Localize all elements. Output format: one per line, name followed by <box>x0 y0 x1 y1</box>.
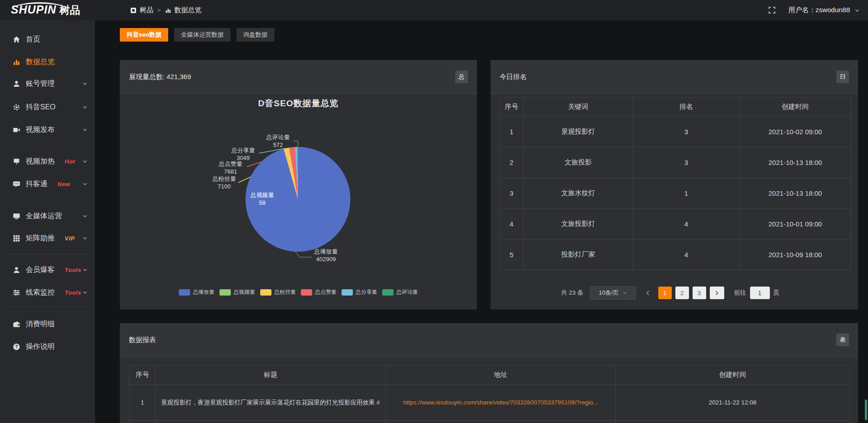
sidebar-item-douketong[interactable]: 抖客通New <box>0 173 95 195</box>
wallet-icon <box>13 320 20 328</box>
page-size-select[interactable]: 10条/页 <box>590 286 636 300</box>
sidebar-item-label: 抖客通 <box>26 179 47 189</box>
table-row[interactable]: 1景观投影灯32021-10-02 09:00 <box>500 117 851 147</box>
sidebar-item-account-manage[interactable]: 账号管理 <box>0 72 95 95</box>
chat-icon <box>13 180 20 188</box>
question-icon: ? <box>13 343 20 351</box>
legend-swatch <box>260 289 272 296</box>
cell-video-link[interactable]: https://www.iesdouyin.com/share/video/70… <box>386 385 616 421</box>
next-page-button[interactable] <box>710 287 724 299</box>
chevron-down-icon <box>82 127 88 132</box>
tab-inquiry-data[interactable]: 询盘数据 <box>236 28 274 42</box>
column-header: 关键词 <box>524 98 633 117</box>
sidebar-item-video-publish[interactable]: 视频发布 <box>0 118 95 141</box>
chart-title: D音SEO数据量总览 <box>258 98 339 109</box>
cell: 2021-10-13 18:00 <box>740 178 851 209</box>
page-button-2[interactable]: 2 <box>675 287 689 299</box>
sidebar-item-home[interactable]: 首页 <box>0 28 95 51</box>
sidebar-item-label: 线索监控 <box>26 288 55 297</box>
cell: 文旅投影 <box>524 147 633 178</box>
chevron-down-icon[interactable] <box>854 8 860 13</box>
sidebar-divider <box>7 200 88 200</box>
legend-swatch <box>220 289 231 296</box>
table-row[interactable]: 2文旅投影32021-10-13 18:00 <box>500 147 851 178</box>
content: 抖音seo数据 全媒体运营数据 询盘数据 展现量总数: 421,369 总 D音… <box>95 20 868 423</box>
tab-media-operation-data[interactable]: 全媒体运营数据 <box>174 28 231 42</box>
sidebar-item-expense-detail[interactable]: 消费明细 <box>0 313 95 335</box>
day-toggle-button[interactable]: 日 <box>836 70 849 83</box>
column-header: 序号 <box>500 98 524 117</box>
report-table: 序号标题地址创建时间 1景观投影灯，夜游景观投影灯厂家展示展示落花灯在花园里的灯… <box>129 365 850 423</box>
chevron-down-icon <box>82 181 88 187</box>
sidebar-item-video-heat[interactable]: 视频加热Hot <box>0 150 95 173</box>
breadcrumb-root[interactable]: 树品 <box>140 6 153 14</box>
tab-bar: 抖音seo数据 全媒体运营数据 询盘数据 <box>120 28 274 42</box>
prev-page-button[interactable] <box>645 290 652 296</box>
legend-item-总粉丝量[interactable]: 总粉丝量 <box>260 288 296 296</box>
chevron-down-icon <box>82 235 88 241</box>
cell-index: 1 <box>130 385 156 421</box>
column-header: 创建时间 <box>616 366 850 385</box>
cell: 2021-10-13 18:00 <box>740 147 851 178</box>
sidebar-divider <box>7 254 88 254</box>
sidebar-item-label: 视频发布 <box>26 125 55 135</box>
badge-tools: Tools <box>65 289 81 296</box>
legend-item-总分享量[interactable]: 总分享量 <box>342 288 377 296</box>
table-row[interactable] <box>130 421 850 423</box>
sidebar-item-douyin-seo[interactable]: 抖音SEO <box>0 96 95 118</box>
sidebar-item-label: 矩阵助推 <box>26 234 55 243</box>
goto-label: 前往 <box>734 289 746 297</box>
legend-label: 总点赞量 <box>315 288 337 296</box>
breadcrumb-separator: > <box>157 7 161 14</box>
legend-item-总播放量[interactable]: 总播放量 <box>179 288 215 296</box>
legend-label: 总粉丝量 <box>274 288 296 296</box>
legend-item-总视频量[interactable]: 总视频量 <box>220 288 255 296</box>
column-header: 序号 <box>130 366 156 385</box>
scrollbar-thumb[interactable] <box>865 400 867 420</box>
table-row[interactable]: 1景观投影灯，夜游景观投影灯厂家展示展示落花灯在花园里的灯光投影应用效果 #ht… <box>130 385 850 421</box>
topbar: SHUPIN 树品 树品 > 数据总览 用户名：zswodun88 <box>0 0 868 20</box>
sidebar-item-label: 数据总览 <box>26 57 55 67</box>
user-icon <box>13 80 20 88</box>
fullscreen-icon[interactable] <box>768 6 776 14</box>
legend-item-总评论量[interactable]: 总评论量 <box>382 288 418 296</box>
breadcrumb: 树品 > 数据总览 <box>130 6 202 14</box>
table-toggle-button[interactable]: 表 <box>836 334 849 346</box>
page-button-3[interactable]: 3 <box>693 287 706 299</box>
page-button-1[interactable]: 1 <box>658 287 672 299</box>
page-size-value: 10条/页 <box>599 289 618 297</box>
bar-chart-mini-icon <box>165 7 171 14</box>
table-row[interactable]: 3文旅水纹灯12021-10-13 18:00 <box>500 178 851 209</box>
member-icon <box>13 266 20 274</box>
legend-label: 总分享量 <box>356 288 377 296</box>
sidebar-item-media-operation[interactable]: 全媒体运营 <box>0 205 95 227</box>
chart-card-header: 展现量总数: 421,369 总 <box>120 60 477 94</box>
legend-swatch <box>179 289 190 296</box>
legend-label: 总视频量 <box>234 288 255 296</box>
sidebar-item-matrix-boost[interactable]: 矩阵助推VIP <box>0 227 95 249</box>
cell: 5 <box>500 240 524 270</box>
table-row[interactable]: 5投影灯厂家42021-10-09 18:00 <box>500 240 851 270</box>
sidebar-item-operation-guide[interactable]: ?操作说明 <box>0 335 95 358</box>
chevron-down-icon <box>82 159 88 164</box>
legend-item-总点赞量[interactable]: 总点赞量 <box>301 288 337 296</box>
pie-label-总视频量: 总视频量58 <box>250 191 274 207</box>
total-toggle-button[interactable]: 总 <box>455 70 468 83</box>
logo-text-en: SHUPIN <box>11 3 56 16</box>
badge-tools: Tools <box>65 267 81 273</box>
cell-created: 2021-11-22 12:08 <box>616 385 850 421</box>
goto-page-input[interactable] <box>750 287 770 299</box>
table-row[interactable]: 4文旅投影灯42021-10-01 09:00 <box>500 209 851 240</box>
cell: 景观投影灯 <box>524 117 633 147</box>
sidebar-item-data-overview[interactable]: 数据总览 <box>0 51 95 73</box>
sidebar-item-label: 操作说明 <box>26 342 55 352</box>
sidebar-item-lead-monitor[interactable]: 线索监控Tools <box>0 281 95 304</box>
username[interactable]: 用户名：zswodun88 <box>788 6 850 14</box>
cell: 投影灯厂家 <box>524 240 633 270</box>
sidebar-item-label: 消费明细 <box>26 320 55 329</box>
chevron-down-icon <box>82 267 88 273</box>
tab-douyin-seo-data[interactable]: 抖音seo数据 <box>120 28 168 42</box>
sidebar-item-member-baoke[interactable]: 会员爆客Tools <box>0 258 95 281</box>
sidebar-item-label: 首页 <box>26 35 40 44</box>
pie-chart: D音SEO数据量总览 总播放量402909总视频量58总粉丝量7100总点赞量7… <box>120 94 477 310</box>
